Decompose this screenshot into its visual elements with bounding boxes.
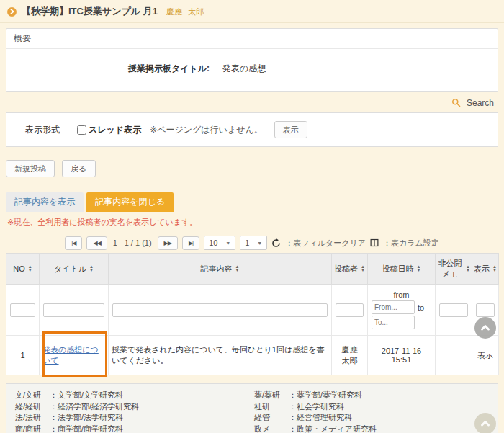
col-header-no[interactable]: NO▲▼ <box>6 254 40 285</box>
legend-item: 商/商研：商学部/商学研究科 <box>15 424 254 433</box>
chevron-down-icon: ▼ <box>225 241 230 246</box>
filter-clear-icon[interactable] <box>271 238 281 248</box>
overview-panel: 概要 授業掲示板タイトル: 発表の感想 <box>6 28 498 92</box>
legend-item: 文/文研：文学部/文学研究科 <box>15 390 254 401</box>
prev-page-button[interactable]: ◀◀ <box>86 236 107 250</box>
col-header-title[interactable]: タイトル▲▼ <box>40 254 109 285</box>
search-icon <box>451 98 461 107</box>
col-header-view[interactable]: 表示▲▼ <box>472 254 499 285</box>
col-header-content[interactable]: 記事内容▲▼ <box>109 254 332 285</box>
column-config-icon[interactable] <box>370 238 379 247</box>
search-label: Search <box>467 98 494 108</box>
legend-item: 社研：社会学研究科 <box>254 401 442 413</box>
sort-icon: ▲▼ <box>417 265 421 272</box>
col-header-memo[interactable]: 非公開メモ▲▼ <box>436 254 472 285</box>
row-memo <box>436 336 472 375</box>
page-title: 【秋学期】ITC授業サンプル 月1 <box>22 5 158 18</box>
page-number-select[interactable]: 1▼ <box>240 236 267 250</box>
filter-no-input[interactable] <box>10 303 35 317</box>
col-header-datetime[interactable]: 投稿日時▲▼ <box>368 254 436 285</box>
column-config-label: ：表カラム設定 <box>383 238 439 249</box>
filter-from-label: from <box>372 290 431 299</box>
thread-view-label: スレッド表示 <box>89 124 141 136</box>
table-filter-row: from to <box>6 285 499 336</box>
filter-from-input[interactable] <box>372 300 415 314</box>
back-button[interactable]: 戻る <box>62 160 95 177</box>
thread-view-checkbox[interactable] <box>77 125 86 135</box>
tab-close-content[interactable]: 記事内容を閉じる <box>86 192 174 212</box>
post-title-link[interactable]: 発表の感想について <box>42 345 99 365</box>
row-no: 1 <box>6 336 40 375</box>
filter-to-label: to <box>418 303 424 312</box>
highlight-box <box>42 331 107 377</box>
filter-author-input[interactable] <box>336 303 364 317</box>
legend-item: 政メ：政策・メディア研究科 <box>254 424 442 433</box>
filter-title-input[interactable] <box>43 303 104 317</box>
sort-icon: ▲▼ <box>89 265 94 272</box>
search-link[interactable]: Search <box>451 98 494 108</box>
scroll-top-button[interactable] <box>474 317 496 339</box>
row-author: 慶應 太郎 <box>332 336 368 375</box>
next-page-button[interactable]: ▶▶ <box>158 236 178 250</box>
legend-item: 経/経研：経済学部/経済学研究科 <box>15 401 254 413</box>
display-format-label: 表示形式 <box>14 124 77 136</box>
display-button[interactable]: 表示 <box>274 121 307 138</box>
sort-icon: ▲▼ <box>361 265 365 272</box>
row-datetime: 2017-11-16 15:51 <box>368 336 436 375</box>
page-range: 1 - 1 / 1 (1) <box>113 238 152 247</box>
legend-item: 法/法研：法学部/法学研究科 <box>15 412 254 424</box>
bullet-icon <box>7 7 17 17</box>
legend-item: 経管：経営管理研究科 <box>254 412 442 424</box>
filter-content-input[interactable] <box>112 303 328 317</box>
posts-table: NO▲▼ タイトル▲▼ 記事内容▲▼ 投稿者▲▼ 投稿日時▲▼ 非公開メモ▲▼ … <box>6 253 499 375</box>
realname-notice: ※現在、全利用者に投稿者の実名を表示しています。 <box>7 217 497 228</box>
first-page-button[interactable]: |◀ <box>65 236 82 250</box>
title-bar: 【秋学期】ITC授業サンプル 月1 慶應太郎 <box>0 0 504 23</box>
link-surname[interactable]: 慶應 <box>166 7 182 16</box>
overview-header: 概要 <box>6 29 498 49</box>
board-title-value: 発表の感想 <box>222 63 266 75</box>
row-content: 授業で発表された内容について、毎回ひとり1回は感想を書いてください。 <box>109 336 332 375</box>
filter-view-input[interactable] <box>476 303 495 317</box>
table-row: 1 発表の感想について 授業で発表された内容について、毎回ひとり1回は感想を書い… <box>6 336 499 375</box>
row-view-link[interactable]: 表示 <box>472 336 499 375</box>
sort-icon: ▲▼ <box>466 265 470 272</box>
chevron-up-icon <box>480 418 491 429</box>
last-page-button[interactable]: ▶| <box>182 236 199 250</box>
filter-clear-label: ：表フィルタークリア <box>285 238 366 249</box>
department-legend: 文/文研：文学部/文学研究科経/経研：経済学部/経済学研究科法/法研：法学部/法… <box>6 383 498 433</box>
chevron-up-icon <box>480 322 491 334</box>
sort-icon: ▲▼ <box>235 265 240 272</box>
tab-show-content[interactable]: 記事内容を表示 <box>6 192 84 212</box>
filter-to-input[interactable] <box>372 316 415 329</box>
board-title-label: 授業掲示板タイトル: <box>14 63 210 75</box>
table-header-row: NO▲▼ タイトル▲▼ 記事内容▲▼ 投稿者▲▼ 投稿日時▲▼ 非公開メモ▲▼ … <box>6 254 499 285</box>
display-format-panel: 表示形式 スレッド表示 ※ページングは行いません。 表示 <box>6 112 498 147</box>
link-givenname[interactable]: 太郎 <box>188 7 204 16</box>
legend-item: 薬/薬研：薬学部/薬学研究科 <box>254 390 442 401</box>
sort-icon: ▲▼ <box>492 265 497 272</box>
sort-icon: ▲▼ <box>28 265 32 272</box>
new-post-button[interactable]: 新規投稿 <box>6 160 55 177</box>
col-header-author[interactable]: 投稿者▲▼ <box>332 254 368 285</box>
chevron-down-icon: ▼ <box>257 241 262 246</box>
pagination-bar: |◀ ◀◀ 1 - 1 / 1 (1) ▶▶ ▶| 10▼ 1▼ ：表フィルター… <box>0 236 504 250</box>
paging-note: ※ページングは行いません。 <box>150 124 263 136</box>
page-size-select[interactable]: 10▼ <box>204 236 235 250</box>
scroll-top-button-bottom[interactable] <box>474 413 496 433</box>
filter-memo-input[interactable] <box>439 303 468 317</box>
title-links: 慶應太郎 <box>166 6 210 17</box>
